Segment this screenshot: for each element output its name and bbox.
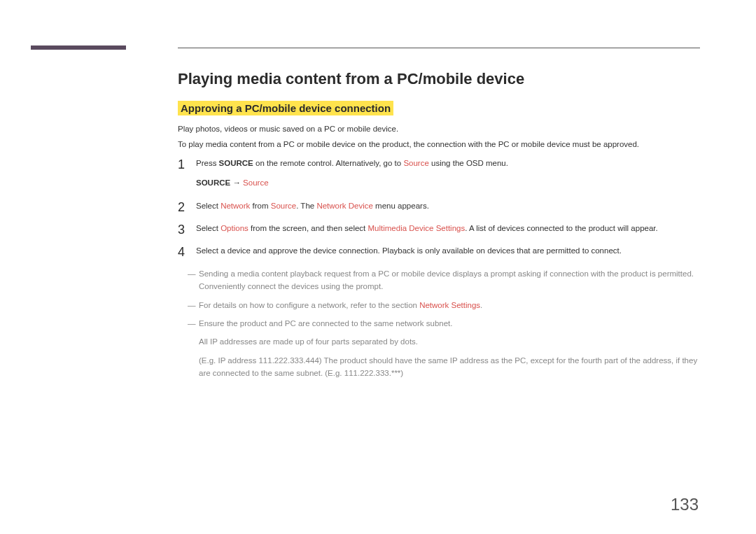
step-1-text-a: Press [196,159,219,167]
step-1-path-source-link: Source [243,178,268,187]
step-3-options: Options [220,224,248,232]
step-1: Press SOURCE on the remote control. Alte… [178,157,700,190]
step-1-path-arrow: → [230,178,243,187]
step-1-path: SOURCE → Source [196,176,700,189]
page-heading: Playing media content from a PC/mobile d… [178,70,700,88]
note-2: For details on how to configure a networ… [178,299,700,311]
section-subheading: Approving a PC/mobile device connection [178,101,393,115]
intro-line-1: Play photos, videos or music saved on a … [178,122,700,135]
note-2-text-a: For details on how to configure a networ… [199,301,419,309]
step-3-text-e: . A list of devices connected to the pro… [465,224,658,232]
step-3-text-c: from the screen, and then select [248,224,368,232]
step-2-network-device: Network Device [316,202,373,210]
step-2: Select Network from Source. The Network … [178,199,700,212]
step-3-text-a: Select [196,224,220,232]
step-1-source-link: Source [403,159,428,167]
note-2-text-c: . [480,301,482,309]
step-2-text-a: Select [196,202,220,210]
step-1-source-label: SOURCE [219,159,253,167]
note-3: Ensure the product and PC are connected … [178,317,700,330]
steps-list: Press SOURCE on the remote control. Alte… [178,157,700,258]
page-content: Playing media content from a PC/mobile d… [178,70,700,385]
step-2-text-g: menu appears. [373,202,429,210]
step-1-path-source: SOURCE [196,178,230,187]
chapter-tab-marker [31,45,126,50]
step-2-network: Network [220,202,250,210]
intro-line-2: To play media content from a PC or mobil… [178,138,700,150]
step-3: Select Options from the screen, and then… [178,222,700,234]
header-rule [178,48,700,48]
step-1-text-e: using the OSD menu. [429,159,508,167]
note-1: Sending a media content playback request… [178,267,700,293]
step-4-text: Select a device and approve the device c… [196,246,622,255]
step-1-text-c: on the remote control. Alternatively, go… [253,159,404,167]
step-3-mds: Multimedia Device Settings [368,224,465,232]
note-3-sub-1: All IP addresses are made up of four par… [178,335,700,348]
note-3-sub-2: (E.g. IP address 111.222.333.444) The pr… [178,354,700,380]
step-2-text-c: from [250,202,270,210]
step-2-source: Source [271,202,296,210]
note-2-network-settings: Network Settings [419,301,480,309]
page-number: 133 [671,495,699,514]
notes-block: Sending a media content playback request… [178,267,700,380]
step-2-text-e: . The [296,202,316,210]
step-4: Select a device and approve the device c… [178,244,700,257]
